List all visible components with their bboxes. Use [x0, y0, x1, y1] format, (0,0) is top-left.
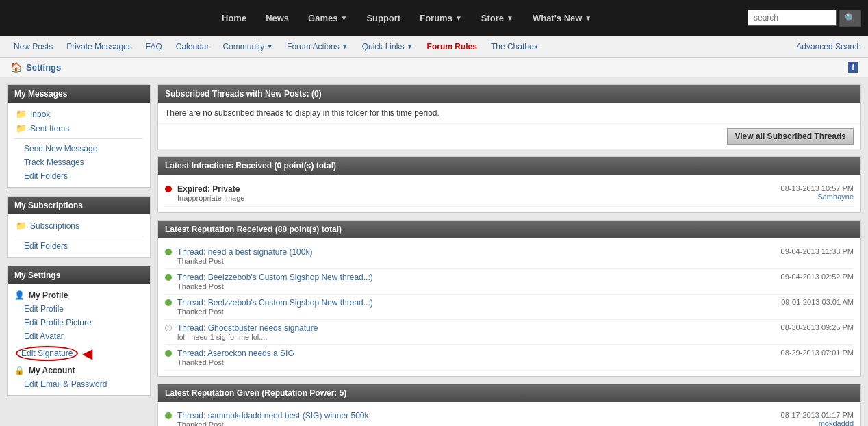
sidebar-item-edit-avatar[interactable]: Edit Avatar	[8, 329, 150, 343]
nav-support[interactable]: Support	[357, 0, 410, 36]
rep-given-info-1: Thread: sammokddadd need best (SIG) winn…	[177, 411, 776, 426]
rep-date-1: 09-04-2013 11:38 PM	[781, 247, 854, 255]
sec-nav-chatbox[interactable]: The Chatbox	[484, 36, 545, 58]
sidebar-item-edit-folders-messages[interactable]: Edit Folders	[8, 169, 150, 183]
quick-links-arrow: ▼	[407, 42, 413, 50]
sidebar-item-track-messages[interactable]: Track Messages	[8, 155, 150, 169]
rep-received-row-1: Thread: need a best signature (100k) Tha…	[165, 244, 854, 269]
infraction-type: Private	[212, 184, 240, 194]
rep-thread-link-2[interactable]: Thread: Beelzzebob's Custom Sigshop New …	[177, 273, 776, 282]
nav-home[interactable]: Home	[212, 0, 256, 36]
reputation-given-section: Latest Reputation Given (Reputation Powe…	[157, 384, 861, 426]
sidebar-item-my-profile[interactable]: 👤 My Profile	[8, 288, 150, 302]
games-arrow: ▼	[340, 14, 347, 22]
subscribed-threads-footer: View all Subscribed Threads	[158, 123, 860, 149]
search-area: 🔍	[748, 10, 861, 27]
sec-nav-forum-actions[interactable]: Forum Actions ▼	[280, 36, 355, 58]
rep-sub-5: Thanked Post	[177, 358, 776, 366]
search-input[interactable]	[748, 10, 837, 26]
sec-nav-quick-links[interactable]: Quick Links ▼	[355, 36, 420, 58]
my-settings-items: 👤 My Profile Edit Profile Edit Profile P…	[8, 284, 150, 395]
rep-thread-link-5[interactable]: Thread: Aserockon needs a SIG	[177, 349, 776, 358]
rep-dot-green-3	[165, 299, 172, 306]
rep-received-row-3: Thread: Beelzzebob's Custom Sigshop New …	[165, 295, 854, 320]
rep-given-user-1[interactable]: mokdaddd	[781, 419, 854, 426]
sidebar: My Messages 📁 Inbox 📁 Sent Items Send Ne…	[7, 84, 151, 426]
sec-nav-community[interactable]: Community ▼	[216, 36, 280, 58]
rep-thread-link-4[interactable]: Thread: Ghoostbuster needs signature	[177, 323, 776, 333]
right-content: Subscribed Threads with New Posts: (0) T…	[157, 84, 861, 426]
rep-sub-3: Thanked Post	[177, 308, 776, 316]
home-icon: 🏠	[10, 62, 22, 73]
whats-new-arrow: ▼	[585, 14, 591, 22]
rep-given-thread-link-1[interactable]: Thread: sammokddadd need best (SIG) winn…	[177, 411, 776, 421]
rep-given-row-1: Thread: sammokddadd need best (SIG) winn…	[165, 408, 854, 426]
search-button[interactable]: 🔍	[839, 10, 861, 27]
advanced-search-link[interactable]: Advanced Search	[796, 42, 861, 51]
rep-thread-link-1[interactable]: Thread: need a best signature (100k)	[177, 247, 776, 257]
subscribed-threads-body: There are no subscribed threads to displ…	[158, 103, 860, 123]
infraction-date: 08-13-2013 10:57 PM Samhayne	[781, 184, 854, 201]
forums-arrow: ▼	[455, 14, 462, 22]
sec-nav-calendar[interactable]: Calendar	[169, 36, 216, 58]
sec-nav-faq[interactable]: FAQ	[139, 36, 169, 58]
subscribed-threads-header: Subscribed Threads with New Posts: (0)	[158, 85, 860, 103]
rep-received-row-4: Thread: Ghoostbuster needs signature lol…	[165, 320, 854, 345]
sec-nav-new-posts[interactable]: New Posts	[7, 36, 60, 58]
reputation-given-body: Thread: sammokddadd need best (SIG) winn…	[158, 402, 860, 426]
my-settings-header: My Settings	[8, 266, 150, 284]
sidebar-item-edit-profile[interactable]: Edit Profile	[8, 302, 150, 316]
rep-dot-green-1	[165, 249, 172, 255]
nav-forums[interactable]: Forums ▼	[410, 0, 472, 36]
rep-info-1: Thread: need a best signature (100k) Tha…	[177, 247, 776, 265]
rep-date-2: 09-04-2013 02:52 PM	[781, 273, 854, 281]
sidebar-item-sent-items[interactable]: 📁 Sent Items	[8, 121, 150, 136]
rep-date-4: 08-30-2013 09:25 PM	[781, 323, 854, 331]
store-arrow: ▼	[507, 14, 513, 22]
nav-games[interactable]: Games ▼	[298, 0, 357, 36]
community-arrow: ▼	[266, 42, 273, 50]
folder-icon-sent: 📁	[16, 123, 27, 134]
sidebar-item-subscriptions[interactable]: 📁 Subscriptions	[8, 218, 150, 233]
top-navigation: Home News Games ▼ Support Forums ▼ Store…	[0, 0, 868, 36]
rep-date-5: 08-29-2013 07:01 PM	[781, 349, 854, 357]
top-nav-links: Home News Games ▼ Support Forums ▼ Store…	[212, 0, 748, 36]
nav-store[interactable]: Store ▼	[472, 0, 523, 36]
my-settings-section: My Settings 👤 My Profile Edit Profile Ed…	[7, 266, 151, 396]
rep-sub-1: Thanked Post	[177, 257, 776, 265]
infraction-dot	[165, 186, 172, 192]
sidebar-divider-1	[14, 138, 143, 139]
rep-received-row-5: Thread: Aserockon needs a SIG Thanked Po…	[165, 345, 854, 371]
person-icon: 👤	[14, 290, 25, 300]
reputation-received-body: Thread: need a best signature (100k) Tha…	[158, 238, 860, 376]
sidebar-item-edit-signature-wrapper: Edit Signature ◀	[8, 343, 150, 364]
rep-sub-2: Thanked Post	[177, 282, 776, 290]
facebook-icon[interactable]: f	[848, 62, 858, 73]
sidebar-item-inbox[interactable]: 📁 Inbox	[8, 107, 150, 121]
view-all-subscribed-button[interactable]: View all Subscribed Threads	[727, 128, 854, 145]
rep-dot-green-2	[165, 274, 172, 281]
sidebar-item-send-new-message[interactable]: Send New Message	[8, 142, 150, 155]
infraction-row: Expired: Private Inappropriate Image 08-…	[165, 180, 854, 207]
sidebar-item-edit-profile-picture[interactable]: Edit Profile Picture	[8, 316, 150, 329]
infraction-title: Expired: Private	[177, 184, 776, 194]
sidebar-item-edit-email-password[interactable]: Edit Email & Password	[8, 377, 150, 391]
sec-nav-private-messages[interactable]: Private Messages	[60, 36, 138, 58]
sidebar-item-my-account[interactable]: 🔒 My Account	[8, 364, 150, 377]
rep-thread-link-3[interactable]: Thread: Beelzzebob's Custom Sigshop New …	[177, 298, 776, 308]
nav-news[interactable]: News	[256, 0, 298, 36]
infraction-user[interactable]: Samhayne	[781, 192, 854, 201]
rep-info-4: Thread: Ghoostbuster needs signature lol…	[177, 323, 776, 341]
sidebar-item-edit-signature[interactable]: Edit Signature	[16, 346, 78, 361]
sidebar-item-edit-folders-subscriptions[interactable]: Edit Folders	[8, 239, 150, 253]
infraction-sub: Inappropriate Image	[177, 194, 776, 202]
rep-date-3: 09-01-2013 03:01 AM	[781, 298, 854, 306]
sec-nav-forum-rules[interactable]: Forum Rules	[420, 36, 484, 58]
my-subscriptions-header: My Subscriptions	[8, 197, 150, 214]
my-messages-section: My Messages 📁 Inbox 📁 Sent Items Send Ne…	[7, 84, 151, 188]
rep-given-dot-1	[165, 412, 172, 419]
arrow-indicator-icon: ◀	[82, 345, 92, 362]
nav-whats-new[interactable]: What's New ▼	[523, 0, 601, 36]
rep-received-row-2: Thread: Beelzzebob's Custom Sigshop New …	[165, 269, 854, 295]
page-title: Settings	[26, 62, 61, 73]
